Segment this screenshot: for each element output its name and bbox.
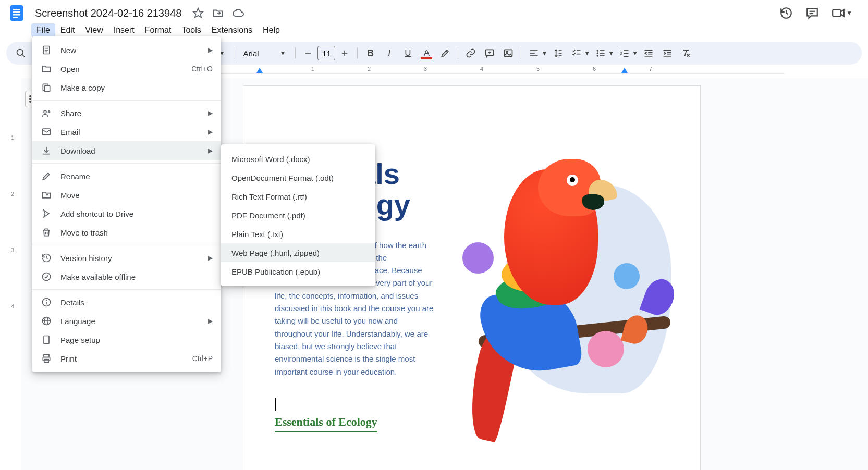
file-menu-item-print[interactable]: PrintCtrl+P: [32, 349, 221, 368]
menu-insert[interactable]: Insert: [108, 23, 140, 37]
print-icon: [41, 353, 52, 364]
svg-rect-2: [13, 11, 20, 13]
svg-point-72: [46, 300, 47, 301]
svg-rect-8: [833, 10, 840, 17]
history-icon: [41, 253, 52, 263]
comments-icon[interactable]: [805, 6, 819, 20]
star-icon[interactable]: [192, 7, 204, 19]
file-menu-item-page-setup[interactable]: Page setup: [32, 330, 221, 349]
highlight-button[interactable]: [437, 45, 454, 61]
file-menu-item-new[interactable]: New▶: [32, 41, 221, 59]
file-menu-item-open[interactable]: OpenCtrl+O: [32, 59, 221, 78]
chevron-right-icon: ▶: [208, 147, 213, 154]
menu-view[interactable]: View: [80, 23, 108, 37]
share-icon: [41, 108, 52, 118]
insert-comment-button[interactable]: [481, 45, 498, 61]
file-menu-item-add-shortcut-to-drive[interactable]: Add shortcut to Drive: [32, 204, 221, 223]
text-cursor: [275, 398, 276, 411]
file-menu-item-make-available-offline[interactable]: Make available offline: [32, 267, 221, 286]
underline-button[interactable]: U: [399, 45, 416, 61]
chevron-right-icon: ▶: [208, 128, 213, 135]
vertical-ruler[interactable]: 1 2 3 4: [9, 78, 19, 470]
svg-point-61: [44, 110, 46, 113]
move-icon: [41, 190, 52, 200]
download-option-plain[interactable]: Plain Text (.txt): [221, 225, 375, 243]
shortcut-icon: [41, 208, 52, 219]
chevron-down-icon: ▼: [846, 9, 852, 17]
file-menu-item-rename[interactable]: Rename: [32, 167, 221, 185]
file-menu-item-move[interactable]: Move: [32, 185, 221, 204]
ruler-tick: 2: [11, 191, 14, 197]
page-icon: [41, 335, 52, 345]
svg-rect-4: [13, 17, 18, 18]
svg-marker-5: [193, 8, 203, 17]
svg-rect-1: [13, 9, 20, 10]
file-menu-item-email[interactable]: Email▶: [32, 122, 221, 141]
numbered-list-button[interactable]: 12▼: [616, 45, 638, 61]
menu-file[interactable]: File: [31, 23, 55, 37]
checklist-button[interactable]: ▼: [568, 45, 590, 61]
decrease-indent-button[interactable]: [640, 45, 657, 61]
download-option-epub[interactable]: EPUB Publication (.epub): [221, 262, 375, 281]
increase-indent-button[interactable]: [659, 45, 676, 61]
clear-formatting-button[interactable]: [678, 45, 694, 61]
insert-link-button[interactable]: [462, 45, 479, 61]
ruler-tick: 1: [11, 134, 14, 141]
download-option-web[interactable]: Web Page (.html, zipped): [221, 243, 375, 262]
cloud-status-icon[interactable]: [232, 7, 244, 19]
menu-help[interactable]: Help: [258, 23, 285, 37]
rename-icon: [41, 171, 52, 181]
move-icon[interactable]: [212, 7, 224, 19]
align-button[interactable]: ▼: [525, 45, 547, 61]
decrease-fontsize-button[interactable]: [300, 45, 316, 61]
doc-icon: [41, 45, 52, 55]
svg-point-29: [597, 50, 598, 51]
bulleted-list-button[interactable]: ▼: [592, 45, 614, 61]
file-menu-item-version-history[interactable]: Version history▶: [32, 249, 221, 267]
download-option-opendocument[interactable]: OpenDocument Format (.odt): [221, 168, 375, 187]
meet-button[interactable]: ▼: [832, 6, 852, 20]
download-submenu: Microsoft Word (.docx)OpenDocument Forma…: [221, 144, 375, 286]
download-option-rich[interactable]: Rich Text Format (.rtf): [221, 187, 375, 206]
svg-point-31: [597, 55, 598, 56]
text-color-button[interactable]: A: [418, 45, 435, 61]
svg-point-50: [30, 96, 31, 97]
file-menu-item-language[interactable]: Language▶: [32, 312, 221, 330]
ruler-tick: 3: [11, 247, 14, 253]
increase-fontsize-button[interactable]: [336, 45, 353, 61]
font-select[interactable]: Arial▼: [238, 49, 291, 58]
right-indent-marker[interactable]: [621, 68, 628, 73]
menu-tools[interactable]: Tools: [176, 23, 206, 37]
file-menu-item-make-a-copy[interactable]: Make a copy: [32, 78, 221, 97]
file-menu-item-share[interactable]: Share▶: [32, 104, 221, 122]
offline-icon: [41, 271, 52, 282]
bold-button[interactable]: B: [362, 45, 378, 61]
ruler-tick: 1: [311, 66, 314, 72]
docs-logo[interactable]: [6, 3, 27, 23]
fontsize-input[interactable]: [317, 46, 335, 60]
menu-edit[interactable]: Edit: [55, 23, 80, 37]
file-menu-item-details[interactable]: Details: [32, 293, 221, 312]
search-menus-button[interactable]: [13, 45, 29, 61]
doc-title-input[interactable]: Screenshot 2024-02-16 213948: [31, 6, 185, 21]
file-menu-item-move-to-trash[interactable]: Move to trash: [32, 223, 221, 242]
left-indent-marker[interactable]: [256, 68, 263, 73]
svg-rect-18: [505, 50, 512, 56]
svg-rect-32: [600, 50, 605, 51]
menu-format[interactable]: Format: [140, 23, 177, 37]
line-spacing-button[interactable]: [549, 45, 566, 61]
download-option-microsoft[interactable]: Microsoft Word (.docx): [221, 150, 375, 168]
file-menu-item-download[interactable]: Download▶: [32, 141, 221, 160]
horizontal-ruler[interactable]: 1 2 3 4 5 6 7: [200, 65, 785, 74]
menu-extensions[interactable]: Extensions: [206, 23, 258, 37]
open-icon: [41, 64, 52, 74]
ruler-tick: 3: [424, 66, 427, 72]
italic-button[interactable]: I: [381, 45, 397, 61]
history-icon[interactable]: [779, 6, 793, 20]
insert-image-button[interactable]: [500, 45, 517, 61]
ruler-tick: 6: [593, 66, 596, 72]
download-option-pdf[interactable]: PDF Document (.pdf): [221, 206, 375, 225]
chevron-down-icon: ▼: [584, 50, 590, 57]
svg-rect-0: [10, 5, 23, 21]
ruler-tick: 4: [11, 303, 14, 310]
